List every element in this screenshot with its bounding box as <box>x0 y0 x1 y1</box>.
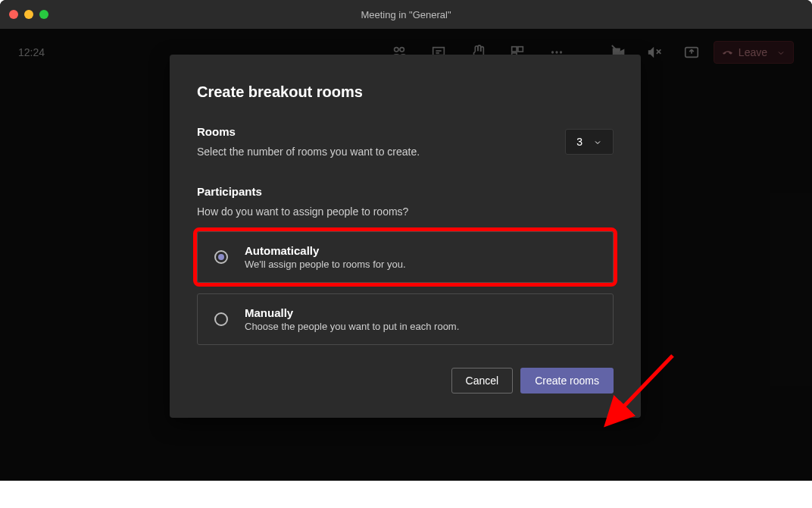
chevron-down-icon <box>593 137 602 146</box>
participants-heading: Participants <box>197 185 614 198</box>
option-automatically-sub: We'll assign people to rooms for you. <box>245 259 406 270</box>
rooms-section: Rooms Select the number of rooms you wan… <box>197 125 614 158</box>
window-title: Meeting in "General" <box>0 9 812 20</box>
option-manually-sub: Choose the people you want to put in eac… <box>245 321 459 332</box>
room-count-value: 3 <box>576 136 582 148</box>
create-breakout-rooms-dialog: Create breakout rooms Rooms Select the n… <box>170 55 641 418</box>
participants-section: Participants How do you want to assign p… <box>197 185 614 218</box>
radio-automatically[interactable] <box>214 250 228 264</box>
rooms-heading: Rooms <box>197 125 420 138</box>
rooms-subtext: Select the number of rooms you want to c… <box>197 146 420 158</box>
option-manually-title: Manually <box>245 306 459 319</box>
participants-subtext: How do you want to assign people to room… <box>197 205 614 218</box>
cancel-button[interactable]: Cancel <box>451 368 514 394</box>
titlebar: Meeting in "General" <box>0 0 812 29</box>
option-automatically-title: Automatically <box>245 244 406 257</box>
create-rooms-button[interactable]: Create rooms <box>520 368 614 394</box>
option-automatically[interactable]: Automatically We'll assign people to roo… <box>197 231 614 283</box>
app-window: Meeting in "General" 12:24 <box>0 0 812 481</box>
radio-manually[interactable] <box>214 312 228 326</box>
dialog-footer: Cancel Create rooms <box>197 368 614 394</box>
dialog-title: Create breakout rooms <box>197 83 614 101</box>
room-count-dropdown[interactable]: 3 <box>565 129 614 155</box>
option-manually[interactable]: Manually Choose the people you want to p… <box>197 293 614 345</box>
